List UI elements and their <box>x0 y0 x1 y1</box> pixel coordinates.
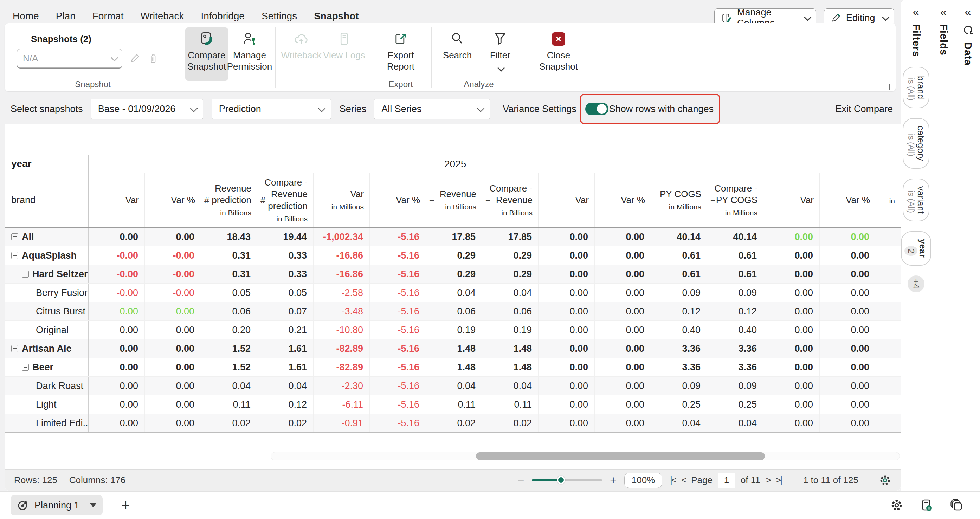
table-cell[interactable]: 40.14 <box>707 228 764 246</box>
table-cell[interactable]: 0.05 <box>201 284 257 302</box>
table-cell[interactable]: 1.61 <box>257 358 313 376</box>
table-cell[interactable]: 0.00 <box>764 228 820 246</box>
table-cell[interactable]: -0.00 <box>89 284 145 302</box>
table-cell[interactable]: 0.04 <box>482 377 539 395</box>
column-header[interactable]: Var <box>89 173 145 227</box>
table-cell[interactable]: 0.00 <box>764 340 820 358</box>
row-header[interactable]: Hard Seltzer <box>5 265 89 283</box>
close-snapshot-button[interactable]: × Close Snapshot <box>530 27 587 81</box>
zoom-in-button[interactable]: + <box>610 474 617 487</box>
table-cell[interactable]: 0.00 <box>820 321 876 339</box>
column-header[interactable]: ≡ Revenue in Billions <box>426 173 482 227</box>
column-header[interactable]: Var <box>764 173 820 227</box>
table-cell[interactable]: -1,002.34 <box>313 228 370 246</box>
table-cell[interactable]: -5.16 <box>370 284 426 302</box>
column-header[interactable]: ≡ Compare - Revenue in Billions <box>482 173 539 227</box>
table-cell[interactable]: 0.00 <box>820 265 876 283</box>
table-cell[interactable]: 0.11 <box>201 395 257 414</box>
table-cell[interactable]: 0.25 <box>707 395 764 414</box>
zoom-slider[interactable] <box>532 479 602 481</box>
last-page-icon[interactable]: >| <box>776 475 781 486</box>
table-cell[interactable]: 0.29 <box>482 246 539 265</box>
table-cell[interactable]: -5.16 <box>370 265 426 283</box>
table-cell[interactable]: 0.02 <box>426 414 482 432</box>
table-cell[interactable]: 0.00 <box>539 414 595 432</box>
table-cell[interactable]: 0.00 <box>764 265 820 283</box>
filter-button[interactable]: Filter <box>479 27 522 81</box>
table-cell[interactable] <box>876 358 900 376</box>
table-cell[interactable]: 3.36 <box>707 358 764 376</box>
sheet-tab-planning-1[interactable]: Planning 1 <box>11 495 103 516</box>
table-cell[interactable]: 0.00 <box>764 358 820 376</box>
table-cell[interactable]: 0.00 <box>595 302 651 321</box>
table-cell[interactable]: 0.00 <box>539 395 595 414</box>
row-header[interactable]: Original <box>5 321 89 339</box>
more-filters-badge[interactable]: +4 <box>908 276 924 292</box>
collapse-row-icon[interactable] <box>11 252 18 259</box>
table-cell[interactable]: 0.00 <box>820 340 876 358</box>
writeback-button[interactable]: Writeback <box>280 27 323 81</box>
table-cell[interactable]: 0.00 <box>89 414 145 432</box>
table-cell[interactable]: 40.14 <box>651 228 707 246</box>
column-header[interactable]: # Compare - Revenue prediction in Billio… <box>257 173 313 227</box>
table-cell[interactable]: 0.04 <box>426 284 482 302</box>
collapse-row-icon[interactable] <box>11 233 18 240</box>
table-cell[interactable]: -5.16 <box>370 228 426 246</box>
table-cell[interactable]: 0.00 <box>595 358 651 376</box>
table-cell[interactable]: 0.00 <box>820 414 876 432</box>
table-cell[interactable]: -82.89 <box>313 358 370 376</box>
table-cell[interactable]: 0.00 <box>89 321 145 339</box>
table-cell[interactable]: -2.30 <box>313 377 370 395</box>
settings-gear-icon[interactable] <box>890 498 904 512</box>
row-dimension-header[interactable]: brand <box>5 173 89 227</box>
table-cell[interactable]: 0.29 <box>426 246 482 265</box>
fields-panel-title[interactable]: Fields <box>938 24 950 56</box>
horizontal-scrollbar[interactable] <box>270 452 900 460</box>
column-header[interactable]: Var % <box>370 173 426 227</box>
table-cell[interactable]: 0.00 <box>89 395 145 414</box>
table-cell[interactable]: 3.36 <box>707 340 764 358</box>
table-cell[interactable]: 1.48 <box>482 340 539 358</box>
collapse-row-icon[interactable] <box>22 271 29 278</box>
table-cell[interactable]: 0.00 <box>595 265 651 283</box>
delete-snapshot-icon[interactable] <box>148 53 159 64</box>
add-sheet-button[interactable]: + <box>121 498 130 513</box>
search-button[interactable]: Search <box>436 27 479 81</box>
table-cell[interactable]: 0.40 <box>707 321 764 339</box>
table-cell[interactable]: -5.16 <box>370 246 426 265</box>
table-cell[interactable]: 0.12 <box>707 302 764 321</box>
table-cell[interactable]: 0.00 <box>595 321 651 339</box>
collapse-ribbon-button[interactable] <box>889 84 890 90</box>
table-cell[interactable]: 0.00 <box>145 414 201 432</box>
table-cell[interactable]: 0.33 <box>257 265 313 283</box>
table-cell[interactable]: 0.21 <box>257 321 313 339</box>
table-cell[interactable]: 0.00 <box>539 321 595 339</box>
table-cell[interactable]: 0.20 <box>201 321 257 339</box>
table-cell[interactable]: 0.07 <box>257 302 313 321</box>
table-cell[interactable]: 17.85 <box>482 228 539 246</box>
table-cell[interactable]: 0.00 <box>145 228 201 246</box>
table-cell[interactable]: 0.61 <box>707 246 764 265</box>
table-cell[interactable]: -6.11 <box>313 395 370 414</box>
table-cell[interactable]: 0.00 <box>820 228 876 246</box>
table-cell[interactable]: 0.11 <box>482 395 539 414</box>
row-header[interactable]: Limited Edi... <box>5 414 89 432</box>
table-cell[interactable] <box>876 284 900 302</box>
show-rows-with-changes-toggle[interactable] <box>585 103 608 115</box>
table-cell[interactable]: 0.00 <box>820 395 876 414</box>
column-header[interactable]: # Revenue prediction in Billions <box>201 173 257 227</box>
export-report-button[interactable]: Export Report <box>374 27 427 81</box>
manage-permission-button[interactable]: Manage Permission <box>228 27 271 81</box>
refresh-data-icon[interactable] <box>962 24 974 36</box>
table-cell[interactable]: 0.09 <box>707 377 764 395</box>
table-cell[interactable]: 0.19 <box>426 321 482 339</box>
table-cell[interactable]: 0.00 <box>595 377 651 395</box>
table-cell[interactable]: 0.00 <box>595 340 651 358</box>
row-header[interactable]: Citrus Burst <box>5 302 89 321</box>
view-logs-button[interactable]: View Logs <box>323 27 366 81</box>
table-cell[interactable]: 0.00 <box>820 302 876 321</box>
table-cell[interactable]: 0.09 <box>651 284 707 302</box>
table-cell[interactable]: -5.16 <box>370 358 426 376</box>
table-cell[interactable]: 0.00 <box>595 395 651 414</box>
table-cell[interactable]: -2.58 <box>313 284 370 302</box>
